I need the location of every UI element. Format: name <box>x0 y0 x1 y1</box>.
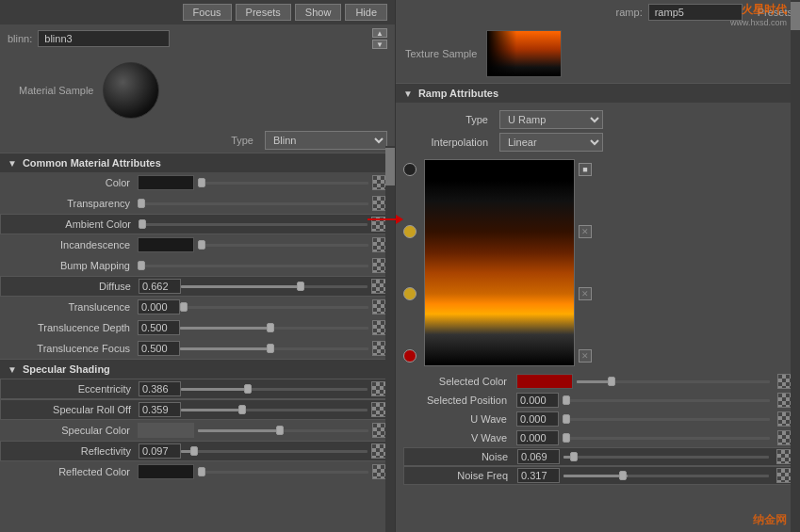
translucence-focus-slider[interactable] <box>180 347 368 350</box>
specular-color-slider[interactable] <box>198 429 368 432</box>
specular-rolloff-slider[interactable] <box>181 409 367 411</box>
diffuse-input[interactable] <box>139 279 181 294</box>
reflected-color-swatch[interactable] <box>138 464 194 479</box>
attr-incandescence: Incandescence <box>0 234 395 255</box>
selected-position-input[interactable] <box>516 393 559 408</box>
attr-reflected-color: Reflected Color <box>0 461 395 482</box>
attr-bump-label: Bump Mapping <box>8 260 130 271</box>
top-bar: Focus Presets Show Hide <box>0 0 395 24</box>
ramp-noise-label: Noise <box>404 451 508 462</box>
reflectivity-slider[interactable] <box>181 450 367 453</box>
eccentricity-slider[interactable] <box>181 388 367 391</box>
arrow-line <box>367 218 396 220</box>
left-scrollbar[interactable] <box>385 146 395 532</box>
presets-button[interactable]: Presets <box>236 4 291 21</box>
ramp-interp-select[interactable]: Linear <box>499 133 603 152</box>
diffuse-slider[interactable] <box>181 285 367 288</box>
attr-diffuse-label: Diffuse <box>8 281 131 292</box>
color-swatch[interactable] <box>138 175 194 190</box>
transparency-slider[interactable] <box>138 202 368 205</box>
ramp-stop-red[interactable] <box>403 349 416 363</box>
noise-freq-slider[interactable] <box>563 475 769 477</box>
v-wave-slider[interactable] <box>563 437 770 440</box>
material-sphere <box>103 62 159 119</box>
ambient-slider[interactable] <box>139 223 367 226</box>
noise-input[interactable] <box>517 449 560 464</box>
reflectivity-checker[interactable] <box>371 443 386 459</box>
logo-area: 火星时代 www.hxsd.com <box>730 2 787 27</box>
selected-position-slider[interactable] <box>563 399 770 402</box>
color-slider[interactable] <box>198 182 368 185</box>
specular-header[interactable]: ▼ Specular Shading <box>0 359 395 379</box>
u-wave-input[interactable] <box>516 411 559 427</box>
ramp-stop-x1[interactable]: ✕ <box>579 225 592 238</box>
reflected-color-slider-container <box>198 471 368 474</box>
eccentricity-slider-container <box>181 388 367 391</box>
reflectivity-input[interactable] <box>139 443 181 459</box>
ramp-bottom-attrs: Selected Color Selected Position <box>403 372 792 485</box>
selected-color-slider[interactable] <box>577 380 770 383</box>
color-slider-container <box>198 182 368 185</box>
diffuse-checker[interactable] <box>371 279 386 294</box>
eccentricity-checker[interactable] <box>371 381 386 396</box>
translucence-focus-input[interactable] <box>138 341 180 356</box>
translucence-input[interactable] <box>138 299 180 314</box>
specular-rolloff-input[interactable] <box>139 402 181 417</box>
incandescence-slider[interactable] <box>198 244 368 247</box>
ramp-stop-gold[interactable] <box>403 225 416 238</box>
type-select[interactable]: Blinn <box>265 131 387 150</box>
eccentricity-input[interactable] <box>139 381 181 396</box>
ramp-name-input[interactable] <box>648 4 743 21</box>
arrow-head <box>396 215 403 224</box>
nav-arrows: ▲ ▼ <box>372 28 387 49</box>
right-scrollbar[interactable] <box>791 0 800 532</box>
noise-freq-checker[interactable] <box>776 468 792 483</box>
left-scrollbar-thumb[interactable] <box>385 148 395 185</box>
reflected-color-slider[interactable] <box>198 471 368 474</box>
texture-preview-inner <box>487 31 561 76</box>
specular-rolloff-checker[interactable] <box>371 402 386 417</box>
translucence-slider-container <box>180 306 368 309</box>
show-button[interactable]: Show <box>295 4 342 21</box>
ramp-selected-color-label: Selected Color <box>403 376 507 387</box>
translucence-depth-slider[interactable] <box>180 327 368 330</box>
nav-up-arrow[interactable]: ▲ <box>372 28 387 38</box>
attr-color: Color <box>0 172 395 193</box>
ramp-selected-color-row: Selected Color <box>403 372 792 391</box>
translucence-slider[interactable] <box>180 306 368 309</box>
blinn-input[interactable] <box>38 30 170 47</box>
ramp-stops-left <box>403 159 420 366</box>
attr-diffuse: Diffuse <box>0 276 395 297</box>
hide-button[interactable]: Hide <box>345 4 387 21</box>
ramp-gradient-box[interactable] <box>424 159 575 366</box>
common-material-header[interactable]: ▼ Common Material Attributes <box>0 153 395 172</box>
selected-color-swatch[interactable] <box>516 374 573 389</box>
attr-eccentricity: Eccentricity <box>0 379 395 399</box>
ramp-type-select[interactable]: U Ramp <box>499 110 603 129</box>
translucence-depth-slider-container <box>180 327 368 330</box>
noise-checker[interactable] <box>776 449 792 464</box>
u-wave-slider[interactable] <box>563 418 770 421</box>
incandescence-swatch[interactable] <box>138 237 194 252</box>
translucence-focus-slider-container <box>180 347 368 350</box>
attr-specular-color-label: Specular Color <box>8 425 130 436</box>
attr-color-label: Color <box>8 177 130 188</box>
ramp-attrs-header[interactable]: ▼ Ramp Attributes <box>396 83 800 103</box>
ramp-type-label: Type <box>403 114 488 125</box>
noise-freq-input[interactable] <box>517 468 560 483</box>
nav-down-arrow[interactable]: ▼ <box>372 40 387 49</box>
v-wave-input[interactable] <box>516 430 559 445</box>
translucence-depth-input[interactable] <box>138 320 180 335</box>
ramp-stop-gold2[interactable] <box>403 287 416 300</box>
right-scrollbar-thumb[interactable] <box>791 2 800 30</box>
ramp-stop-x3[interactable]: ✕ <box>579 349 592 363</box>
bump-slider[interactable] <box>138 265 368 267</box>
noise-slider[interactable] <box>563 456 769 459</box>
ramp-stop-top[interactable] <box>403 163 416 176</box>
bump-slider-container <box>138 265 368 267</box>
ramp-stop-x2[interactable]: ✕ <box>579 287 592 300</box>
focus-button[interactable]: Focus <box>183 4 232 21</box>
ambient-slider-container <box>139 223 367 226</box>
ramp-stop-sq-top[interactable]: ■ <box>579 163 592 176</box>
specular-color-swatch[interactable] <box>138 423 194 438</box>
